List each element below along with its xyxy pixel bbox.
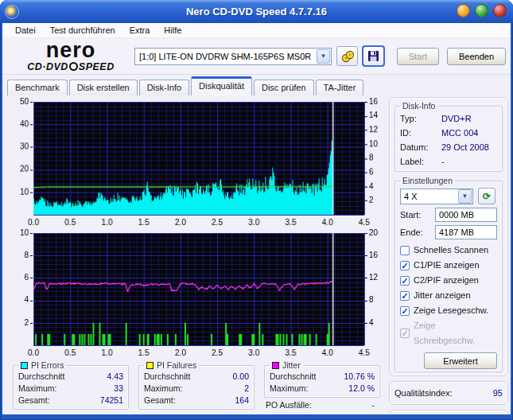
app-icon (5, 5, 19, 19)
stat-label: Durchschnitt (270, 371, 316, 383)
stat-value: 12.0 % (348, 383, 375, 395)
po-failures-row: PO Ausfälle:- (264, 398, 380, 410)
checkbox-label: Jitter anzeigen (414, 288, 471, 303)
tab-strip: BenchmarkDisk erstellenDisk-InfoDiskqual… (2, 75, 511, 95)
menu-item-0[interactable]: Datei (9, 24, 42, 37)
client-area: DateiTest durchführenExtraHilfe nero CD·… (2, 23, 511, 414)
tab-ta-jitter[interactable]: TA-Jitter (316, 80, 364, 95)
advanced-button[interactable]: Erweitert (424, 352, 497, 369)
po-failures-label: PO Ausfälle: (266, 400, 312, 410)
checkbox-label: C1/PIE anzeigen (414, 258, 480, 273)
stats-column: JitterDurchschnitt10.76 %Maximum:12.0 %P… (264, 360, 380, 410)
stat-row: Gesamt:164 (144, 395, 249, 406)
info-settings-panel: Disk-Info Typ:DVD+RID:MCC 004Datum:29 Oc… (389, 97, 508, 376)
app-window: Nero CD-DVD Speed 4.7.7.16 DateiTest dur… (0, 0, 513, 420)
title-bar[interactable]: Nero CD-DVD Speed 4.7.7.16 (0, 0, 513, 23)
close-button[interactable] (493, 4, 507, 18)
stats-group-title: PI Failures (144, 360, 199, 370)
maximize-button[interactable] (475, 4, 488, 18)
stats-column: PI FailuresDurchschnitt0.00Maximum:2Gesa… (138, 360, 255, 410)
toolbar: nero CD·DVDSPEED [1:0] LITE-ON DVDRW SHM… (2, 38, 511, 75)
end-field-label: Ende: (400, 228, 435, 237)
stats-group-name: Jitter (282, 360, 301, 370)
stat-row: Maximum:12.0 % (270, 383, 375, 395)
speed-select[interactable]: 4 X ▼ (400, 189, 473, 204)
chevron-down-icon[interactable]: ▼ (317, 49, 330, 64)
stat-label: Durchschnitt (144, 371, 190, 383)
stat-value: 74251 (100, 395, 123, 406)
tab-diskqualit-t[interactable]: Diskqualität (191, 76, 252, 95)
tab-disk-info[interactable]: Disk-Info (139, 80, 189, 95)
checkbox-jitter-anzeigen[interactable]: ✓Jitter anzeigen (400, 288, 497, 303)
refresh-button[interactable]: ⟳ (478, 188, 496, 204)
checkbox-c2-pif-anzeigen[interactable]: ✓C2/PIF anzeigen (400, 273, 497, 288)
drive-select-value: [1:0] LITE-ON DVDRW SHM-165P6S MS0R (135, 52, 317, 61)
save-button[interactable] (363, 46, 384, 66)
disk-info-value: 29 Oct 2008 (441, 140, 489, 154)
checkbox-c1-pie-anzeigen[interactable]: ✓C1/PIE anzeigen (400, 258, 497, 273)
settings-group: Einstellungen 4 X ▼ ⟳ Start: (394, 176, 503, 372)
checkbox-schnelles-scannen[interactable]: Schnelles Scannen (400, 243, 497, 258)
stat-value: 0.00 (233, 371, 249, 383)
checkbox-box[interactable]: ✓ (400, 291, 410, 301)
disk-info-label: Typ: (400, 111, 441, 126)
disk-info-row: Label:- (400, 154, 497, 169)
minimize-button[interactable] (457, 4, 470, 18)
disk-info-value: MCC 004 (441, 126, 478, 140)
save-icon (367, 50, 379, 62)
legend-swatch-icon (146, 362, 154, 369)
stat-label: Maximum: (144, 383, 182, 395)
progress-value: 100 % (478, 414, 503, 414)
statistics-row: PI ErrorsDurchschnitt4.43Maximum:33Gesam… (6, 359, 387, 410)
stats-group-title: Jitter (270, 360, 303, 370)
drive-select[interactable]: [1:0] LITE-ON DVDRW SHM-165P6S MS0R ▼ (134, 48, 332, 65)
stats-group-pi-failures: PI FailuresDurchschnitt0.00Maximum:2Gesa… (138, 360, 255, 410)
tab-benchmark[interactable]: Benchmark (7, 80, 68, 95)
disk-info-row: Typ:DVD+R (400, 111, 497, 126)
menu-item-3[interactable]: Hilfe (157, 24, 188, 37)
checkbox-zeige-lesegeschw-[interactable]: ✓Zeige Lesegeschw. (400, 303, 497, 318)
menu-item-2[interactable]: Extra (123, 24, 157, 37)
chevron-down-icon[interactable]: ▼ (458, 189, 472, 204)
stat-row: Gesamt:74251 (18, 395, 123, 406)
stat-row: Maximum:33 (18, 383, 123, 395)
eject-button[interactable] (336, 46, 358, 66)
checkbox-box[interactable] (400, 246, 410, 255)
start-button[interactable]: Start (397, 48, 439, 65)
checkbox-label: Zeige Lesegeschw. (414, 303, 488, 318)
tab-disk-erstellen[interactable]: Disk erstellen (69, 80, 138, 95)
disc-icon (69, 62, 78, 71)
stat-value: 164 (235, 395, 249, 406)
checkbox-box[interactable]: ✓ (400, 261, 410, 270)
quit-button[interactable]: Beenden (447, 48, 506, 65)
menu-item-1[interactable]: Test durchführen (44, 24, 122, 37)
checkbox-label: Zeige Schreibgeschw. (414, 318, 497, 348)
stats-group-title: PI Errors (18, 360, 66, 370)
checkbox-label: C2/PIF anzeigen (414, 273, 479, 288)
logo-text-nero: nero (10, 40, 131, 61)
disk-info-label: ID: (400, 126, 441, 140)
start-field[interactable] (435, 208, 497, 222)
main-content: PI ErrorsDurchschnitt4.43Maximum:33Gesam… (2, 95, 511, 414)
quality-index-value: 95 (493, 385, 503, 401)
pi-failures-jitter-chart (6, 228, 387, 360)
start-field-label: Start: (400, 210, 435, 220)
stat-label: Gesamt: (18, 395, 50, 406)
settings-title: Einstellungen (400, 176, 455, 185)
tab-disc-pr-fen[interactable]: Disc prüfen (254, 80, 314, 95)
speed-select-value: 4 X (401, 192, 458, 201)
checkbox-zeige-schreibgeschw-: ✓Zeige Schreibgeschw. (400, 318, 497, 348)
window-title: Nero CD-DVD Speed 4.7.7.16 (0, 6, 513, 18)
end-field[interactable] (435, 225, 497, 239)
progress-label: Fortschritt: (394, 414, 436, 414)
quality-index-panel: Qualitätsindex: 95 (389, 381, 508, 405)
stat-row: Maximum:2 (144, 383, 249, 395)
stat-value: 4.43 (107, 371, 123, 383)
checkbox-box[interactable]: ✓ (400, 276, 410, 286)
stat-label: Maximum: (270, 383, 308, 395)
refresh-icon: ⟳ (483, 191, 491, 202)
checkbox-box[interactable]: ✓ (400, 306, 410, 316)
eject-icon (340, 50, 355, 63)
stat-label: Maximum: (18, 383, 56, 395)
disk-info-row: ID:MCC 004 (400, 126, 497, 140)
